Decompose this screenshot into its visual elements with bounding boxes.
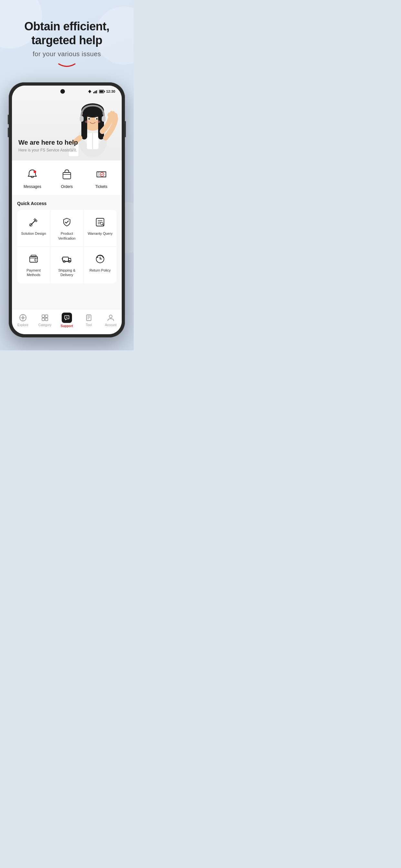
svg-point-19	[96, 118, 98, 120]
quick-row-2: Payment Methods	[17, 247, 117, 283]
quick-access-title: Quick Access	[17, 201, 117, 206]
action-tickets[interactable]: Tickets	[84, 167, 119, 189]
phone-screen: 12:30 We are here to help Here is your F…	[12, 86, 122, 334]
quick-payment-methods[interactable]: Payment Methods	[17, 247, 50, 283]
hero-title: We are here to help	[19, 139, 115, 146]
payment-methods-label: Payment Methods	[20, 268, 48, 277]
action-messages[interactable]: Messages	[15, 167, 50, 189]
orders-label: Orders	[61, 184, 73, 189]
svg-rect-63	[45, 318, 48, 321]
svg-rect-22	[80, 116, 84, 122]
svg-point-53	[68, 260, 70, 262]
svg-rect-50	[31, 255, 36, 257]
svg-point-52	[63, 260, 65, 262]
svg-rect-62	[42, 318, 44, 321]
nav-support[interactable]: Support	[56, 313, 78, 328]
nav-support-label: Support	[61, 324, 73, 328]
volume-up-button	[8, 115, 9, 124]
quick-shipping-delivery[interactable]: Shipping & Delivery	[50, 247, 84, 283]
nav-category[interactable]: Category	[34, 314, 56, 327]
nav-explore-label: Explore	[18, 323, 28, 327]
svg-rect-33	[63, 173, 71, 179]
power-button	[125, 121, 126, 137]
warranty-query-label: Warranty Query	[88, 231, 112, 236]
bell-icon	[27, 168, 38, 180]
messages-icon	[25, 167, 40, 182]
quick-return-policy[interactable]: Return Policy	[84, 247, 117, 283]
svg-line-45	[103, 224, 104, 225]
actions-row: Messages Orders	[12, 160, 122, 196]
hero-section: We are here to help Here is your FS Serv…	[12, 96, 122, 160]
svg-point-32	[34, 170, 36, 173]
return-icon	[94, 252, 106, 266]
headline-main: Obtain efficient, targeted help	[10, 20, 124, 47]
product-verification-label: Product Verification	[53, 231, 81, 241]
page-background: Obtain efficient, targeted help for your…	[0, 0, 134, 350]
svg-point-20	[85, 120, 89, 123]
shield-check-icon	[60, 216, 73, 228]
volume-down-button	[8, 128, 9, 137]
svg-rect-61	[45, 315, 48, 317]
search-list-icon	[94, 216, 106, 228]
quick-access-grid: Solution Design Product Verification	[17, 210, 117, 283]
solution-design-label: Solution Design	[21, 231, 46, 236]
svg-line-37	[32, 220, 36, 224]
svg-point-64	[66, 316, 67, 317]
messages-label: Messages	[24, 184, 41, 189]
support-icon	[62, 313, 72, 323]
shipping-delivery-label: Shipping & Delivery	[53, 268, 81, 277]
quick-row-1: Solution Design Product Verification	[17, 210, 117, 247]
orders-icon	[59, 167, 74, 182]
hero-text: We are here to help Here is your FS Serv…	[19, 139, 115, 153]
svg-rect-6	[104, 91, 105, 92]
svg-rect-23	[102, 116, 105, 122]
bottom-navigation: Explore Category	[12, 309, 122, 334]
headline-sub: for your various issues	[10, 51, 124, 58]
phone-outer-frame: 12:30 We are here to help Here is your F…	[9, 82, 125, 337]
tickets-icon	[94, 167, 109, 182]
tickets-label: Tickets	[95, 184, 107, 189]
svg-rect-65	[87, 315, 91, 321]
nav-account-label: Account	[105, 323, 117, 327]
svg-point-18	[89, 118, 90, 120]
nav-tool-label: Tool	[86, 323, 92, 327]
nav-explore[interactable]: Explore	[12, 314, 34, 327]
explore-icon	[19, 314, 27, 322]
svg-rect-60	[42, 315, 44, 317]
return-policy-label: Return Policy	[89, 268, 111, 273]
tool-icon	[85, 314, 93, 322]
phone-mockup: 12:30 We are here to help Here is your F…	[9, 82, 125, 337]
headline-section: Obtain efficient, targeted help for your…	[0, 20, 134, 69]
gray-spacer	[12, 283, 122, 309]
nav-category-label: Category	[38, 323, 52, 327]
svg-point-69	[110, 315, 112, 318]
truck-icon	[60, 252, 73, 266]
category-icon	[41, 314, 49, 322]
quick-access-section: Quick Access	[12, 196, 122, 283]
nav-account[interactable]: Account	[100, 314, 122, 327]
svg-point-21	[96, 120, 100, 123]
smile-decoration	[57, 62, 76, 68]
nav-tool[interactable]: Tool	[78, 314, 100, 327]
bag-icon	[61, 168, 73, 180]
hero-subtitle: Here is your FS Service Assistant.	[19, 148, 115, 153]
quick-solution-design[interactable]: Solution Design	[17, 210, 50, 246]
quick-warranty-query[interactable]: Warranty Query	[84, 210, 117, 246]
action-orders[interactable]: Orders	[50, 167, 84, 189]
wallet-icon	[27, 252, 40, 266]
tools-icon	[27, 216, 40, 228]
quick-product-verification[interactable]: Product Verification	[50, 210, 84, 246]
svg-point-49	[35, 259, 36, 260]
svg-rect-7	[99, 90, 103, 92]
ticket-icon	[96, 168, 107, 180]
account-icon	[106, 314, 115, 322]
